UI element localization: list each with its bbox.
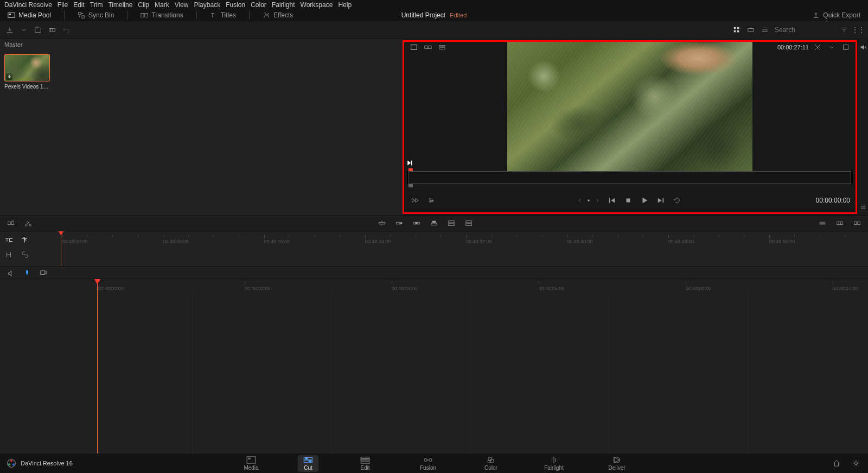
svg-rect-44 (466, 221, 472, 223)
page-media[interactable]: Media (235, 456, 267, 471)
timeline-options-button[interactable] (858, 202, 868, 212)
boring-detector-button[interactable]: z² (5, 218, 16, 228)
thumbnail-view-button[interactable] (731, 25, 742, 35)
audio-trim-toggle[interactable] (5, 268, 16, 278)
menu-fairlight[interactable]: Fairlight (272, 1, 295, 9)
home-button[interactable] (831, 458, 842, 468)
split-clip-button[interactable] (23, 218, 34, 228)
svg-rect-61 (304, 457, 312, 459)
video-only-button[interactable] (38, 268, 49, 278)
timeline-overview[interactable]: T⊏ 卞 00:48:00:0000:48:08:0000:48:16:0000… (0, 231, 868, 267)
ov-tick: 00:48:48:00 (668, 235, 694, 244)
transitions-tab[interactable]: Transitions (137, 10, 186, 20)
source-clip-view-button[interactable] (409, 42, 419, 52)
stop-button[interactable] (623, 195, 634, 205)
scrub-playhead-out[interactable] (409, 184, 413, 187)
undo-button[interactable] (61, 25, 72, 35)
loop-button[interactable] (672, 195, 682, 205)
safe-area-button[interactable] (812, 42, 823, 52)
snap-button[interactable] (3, 250, 14, 260)
strip-view-button[interactable] (745, 25, 756, 35)
audio-mute-button[interactable] (858, 42, 868, 52)
page-cut[interactable]: Cut (298, 455, 318, 472)
jog-right-icon[interactable] (595, 198, 600, 203)
sort-button[interactable] (839, 25, 850, 35)
titles-tab[interactable]: T Titles (207, 10, 239, 20)
media-pool-tab[interactable]: Media Pool (4, 10, 54, 20)
menu-mark[interactable]: Mark (155, 1, 169, 9)
import-media-button[interactable] (4, 25, 15, 35)
next-edit-icon[interactable] (406, 160, 413, 168)
chevron-down-icon[interactable] (18, 25, 29, 35)
menu-file[interactable]: File (58, 1, 68, 9)
source-overwrite-button[interactable] (463, 218, 474, 228)
fast-review-button[interactable] (410, 195, 420, 205)
viewer-chevron-down-icon[interactable] (826, 42, 837, 52)
viewer-timecode[interactable]: 00:00:00:00 (816, 197, 850, 204)
timeline-playhead[interactable] (97, 280, 98, 470)
expand-viewer-button[interactable] (840, 42, 851, 52)
menu-clip[interactable]: Clip (138, 1, 149, 9)
source-tape-view-button[interactable] (423, 42, 433, 52)
out-handle[interactable] (851, 171, 853, 184)
menu-davinci-resolve[interactable]: DaVinci Resolve (4, 1, 52, 9)
overview-playhead[interactable] (61, 234, 61, 266)
effects-tab[interactable]: Effects (259, 10, 296, 20)
tools-settings-button[interactable] (426, 195, 437, 205)
jog-left-icon[interactable] (577, 198, 583, 203)
dissolve-button[interactable] (817, 218, 828, 228)
project-settings-button[interactable] (851, 458, 861, 468)
menu-trim[interactable]: Trim (90, 1, 103, 9)
svg-point-8 (268, 13, 269, 14)
menu-color[interactable]: Color (251, 1, 266, 9)
page-edit[interactable]: Edit (349, 456, 381, 471)
resize-handle-icon[interactable]: ⋮⋮ (853, 25, 864, 35)
menu-edit[interactable]: Edit (73, 1, 85, 9)
bin-name: Master (0, 39, 403, 50)
page-fusion[interactable]: Fusion (412, 456, 444, 471)
menu-playback[interactable]: Playback (194, 1, 220, 9)
in-handle[interactable] (407, 171, 409, 184)
smooth-cut-button[interactable] (834, 218, 845, 228)
menu-view[interactable]: View (175, 1, 189, 9)
go-end-button[interactable] (655, 195, 666, 205)
right-rail (858, 39, 868, 215)
marker-button[interactable] (22, 268, 33, 278)
play-button[interactable] (639, 195, 650, 205)
close-up-button[interactable] (429, 218, 439, 228)
sync-bin-tab[interactable]: Sync Bin (74, 10, 117, 20)
timeline[interactable]: 00:48:00:0000:48:02:0000:48:04:0000:48:0… (0, 279, 868, 470)
menu-timeline[interactable]: Timeline (108, 1, 132, 9)
quick-export-button[interactable]: Quick Export (809, 10, 864, 20)
page-deliver[interactable]: Deliver (601, 456, 633, 471)
timeline-lock-button[interactable]: T⊏ (3, 235, 14, 244)
timeline-view-button[interactable] (437, 42, 448, 52)
smart-insert-button[interactable] (376, 218, 387, 228)
fusion-page-icon (423, 456, 433, 464)
append-button[interactable] (394, 218, 405, 228)
go-start-button[interactable] (607, 195, 617, 205)
viewer-canvas[interactable] (404, 53, 856, 169)
place-on-top-button[interactable] (446, 218, 457, 228)
tl-tick: 00:48:06:00 (539, 281, 565, 291)
svg-rect-11 (734, 27, 736, 29)
new-timeline-button[interactable] (47, 25, 58, 35)
new-bin-button[interactable] (33, 25, 43, 35)
menu-fusion[interactable]: Fusion (226, 1, 245, 9)
jog-control[interactable] (577, 198, 600, 203)
search-input[interactable] (774, 26, 835, 34)
timeline-free-button[interactable]: 卞 (20, 235, 30, 244)
link-button[interactable] (20, 250, 30, 260)
menu-workspace[interactable]: Workspace (301, 1, 333, 9)
list-view-button[interactable] (760, 25, 770, 35)
cut-transition-button[interactable] (852, 218, 863, 228)
menu-bar[interactable]: DaVinci ResolveFileEditTrimTimelineClipM… (0, 0, 868, 9)
clip-item[interactable]: Pexels Videos 116... (4, 54, 49, 90)
scrub-bar[interactable] (409, 171, 851, 184)
menu-help[interactable]: Help (338, 1, 352, 9)
page-color[interactable]: Color (475, 456, 507, 471)
svg-rect-19 (439, 46, 445, 47)
ripple-overwrite-button[interactable] (411, 218, 422, 228)
page-fairlight[interactable]: Fairlight (538, 456, 570, 471)
clip-thumbnail[interactable] (4, 54, 50, 81)
